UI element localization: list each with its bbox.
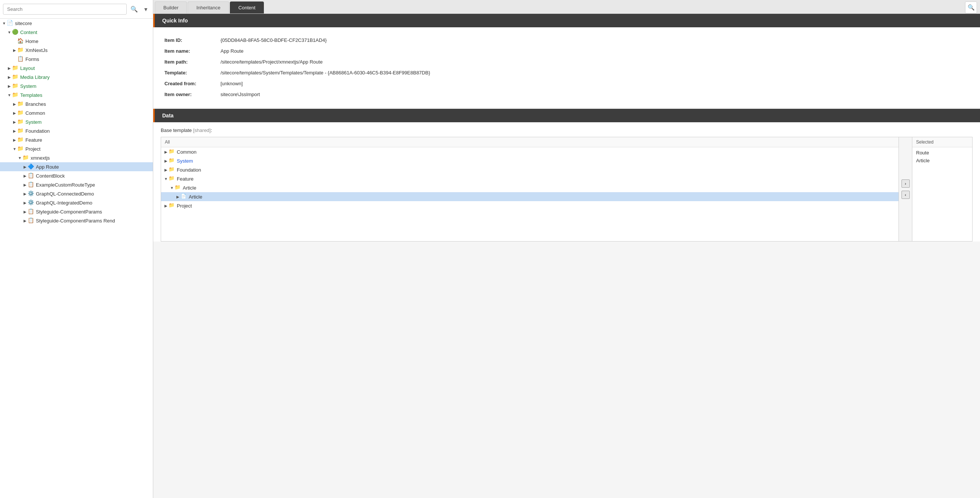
selected-item[interactable]: Article <box>914 157 970 164</box>
sidebar-item-foundation[interactable]: ▶📁Foundation <box>0 126 153 135</box>
picker-expand-arrow[interactable]: ▼ <box>163 177 169 181</box>
expand-arrow[interactable]: ▶ <box>12 129 17 133</box>
sidebar-item-feature[interactable]: ▶📁Feature <box>0 135 153 144</box>
content-area: Quick Info Item ID:{05DD84AB-8FA5-58C0-B… <box>153 14 980 498</box>
sidebar-item-system2[interactable]: ▶📁System <box>0 118 153 126</box>
tree-icon: 📋 <box>28 217 34 224</box>
picker-item-feature[interactable]: ▼📁Feature <box>161 174 899 183</box>
sidebar-item-graphqlIntegrated[interactable]: ▶⚙️GraphQL-IntegratedDemo <box>0 198 153 207</box>
picker-item-system[interactable]: ▶📁System <box>161 156 899 165</box>
picker-item-article-parent[interactable]: ▼📁Article <box>161 183 899 192</box>
sidebar-item-mediaLibrary[interactable]: ▶📁Media Library <box>0 73 153 81</box>
add-template-button[interactable]: › <box>902 180 910 188</box>
tab-builder[interactable]: Builder <box>155 2 187 13</box>
sidebar-item-xmnextjs[interactable]: ▼📁xmnextjs <box>0 153 153 162</box>
sidebar-item-system[interactable]: ▶📁System <box>0 81 153 91</box>
picker-right: Selected RouteArticle <box>912 137 972 241</box>
expand-arrow[interactable]: ▶ <box>22 174 28 178</box>
info-label: Item name: <box>164 48 221 54</box>
tree-area: ▼📄sitecore▼🟢Content🏠Home▶📁XmNextJs📋Forms… <box>0 19 153 498</box>
picker-item-article-child[interactable]: ▶📄Article <box>161 192 899 201</box>
sidebar: 🔍 ▼ ▼📄sitecore▼🟢Content🏠Home▶📁XmNextJs📋F… <box>0 0 153 498</box>
sidebar-item-exampleCustom[interactable]: ▶📋ExampleCustomRouteType <box>0 180 153 189</box>
remove-template-button[interactable]: ‹ <box>902 191 910 199</box>
picker-label: Project <box>177 203 192 208</box>
picker-expand-arrow[interactable]: ▶ <box>175 195 181 199</box>
main-panel: Builder Inheritance Content 🔍 Quick Info… <box>153 0 980 498</box>
sidebar-item-forms[interactable]: 📋Forms <box>0 54 153 64</box>
info-value: {05DD84AB-8FA5-58C0-BDFE-CF2C371B1AD4} <box>221 37 327 43</box>
expand-arrow[interactable]: ▶ <box>22 165 28 169</box>
tab-content[interactable]: Content <box>230 2 264 13</box>
sidebar-item-project[interactable]: ▼📁Project <box>0 144 153 153</box>
picker-label: Common <box>177 149 197 155</box>
expand-arrow[interactable]: ▶ <box>12 120 17 124</box>
picker-item-project[interactable]: ▶📁Project <box>161 201 899 210</box>
expand-arrow[interactable]: ▼ <box>7 93 12 97</box>
expand-arrow[interactable]: ▶ <box>12 111 17 115</box>
picker-icon: 📄 <box>181 193 187 200</box>
info-label: Item owner: <box>164 92 221 97</box>
expand-arrow[interactable]: ▼ <box>7 30 12 34</box>
sidebar-item-home[interactable]: 🏠Home <box>0 37 153 46</box>
expand-arrow[interactable]: ▶ <box>22 192 28 196</box>
search-input[interactable] <box>3 4 127 14</box>
expand-arrow[interactable]: ▶ <box>7 84 12 88</box>
expand-arrow[interactable]: ▶ <box>12 138 17 142</box>
quick-info-header: Quick Info <box>153 14 980 27</box>
quick-info-table: Item ID:{05DD84AB-8FA5-58C0-BDFE-CF2C371… <box>153 27 980 107</box>
expand-arrow[interactable]: ▶ <box>12 48 17 53</box>
tree-icon: 🏠 <box>17 38 24 45</box>
sidebar-item-templates[interactable]: ▼📁Templates <box>0 91 153 99</box>
sidebar-item-graphqlConnected[interactable]: ▶⚙️GraphQL-ConnectedDemo <box>0 189 153 198</box>
selected-item[interactable]: Route <box>914 149 970 157</box>
sidebar-item-styleguideParamsRend[interactable]: ▶📋Styleguide-ComponentParams Rend <box>0 216 153 225</box>
sidebar-item-layout[interactable]: ▶📁Layout <box>0 64 153 73</box>
picker-icon: 📁 <box>169 158 175 164</box>
expand-arrow[interactable]: ▼ <box>12 147 17 151</box>
picker-selected-header: Selected <box>912 137 972 147</box>
expand-arrow[interactable]: ▶ <box>22 219 28 223</box>
tab-inheritance[interactable]: Inheritance <box>188 2 229 13</box>
info-row: Item owner:sitecore\JssImport <box>164 89 969 100</box>
tree-label: sitecore <box>15 21 32 26</box>
search-button[interactable]: 🔍 <box>129 4 139 14</box>
tree-icon: 📁 <box>12 65 19 72</box>
tree-icon: 📁 <box>22 154 29 161</box>
picker-expand-arrow[interactable]: ▼ <box>169 186 175 190</box>
template-picker: All ▶📁Common▶📁System▶📁Foundation▼📁Featur… <box>161 137 972 242</box>
picker-item-foundation[interactable]: ▶📁Foundation <box>161 165 899 174</box>
picker-expand-arrow[interactable]: ▶ <box>163 150 169 154</box>
sidebar-item-branches[interactable]: ▶📁Branches <box>0 99 153 108</box>
info-row: Template:/sitecore/templates/System/Temp… <box>164 67 969 78</box>
picker-item-common[interactable]: ▶📁Common <box>161 147 899 156</box>
picker-expand-arrow[interactable]: ▶ <box>163 168 169 172</box>
expand-arrow[interactable]: ▼ <box>2 21 7 25</box>
sidebar-item-common[interactable]: ▶📁Common <box>0 108 153 118</box>
picker-expand-arrow[interactable]: ▶ <box>163 204 169 208</box>
expand-arrow[interactable]: ▶ <box>22 201 28 205</box>
quick-info-title: Quick Info <box>162 18 188 24</box>
sidebar-item-sitecore[interactable]: ▼📄sitecore <box>0 19 153 28</box>
tree-label: Home <box>25 38 38 44</box>
tree-label: Media Library <box>20 75 50 80</box>
expand-arrow[interactable]: ▶ <box>12 102 17 106</box>
expand-arrow[interactable]: ▶ <box>22 183 28 187</box>
expand-arrow[interactable]: ▶ <box>7 75 12 79</box>
expand-arrow[interactable]: ▶ <box>7 66 12 70</box>
info-row: Item ID:{05DD84AB-8FA5-58C0-BDFE-CF2C371… <box>164 35 969 46</box>
expand-arrow[interactable]: ▼ <box>17 156 22 160</box>
tree-icon: 🔷 <box>28 163 34 170</box>
picker-middle: › ‹ <box>899 137 912 241</box>
dropdown-button[interactable]: ▼ <box>142 5 150 14</box>
sidebar-item-styleguideParams[interactable]: ▶📋Styleguide-ComponentParams <box>0 207 153 216</box>
tree-icon: 📋 <box>17 56 24 62</box>
sidebar-item-contentBlock[interactable]: ▶📋ContentBlock <box>0 171 153 180</box>
sidebar-item-xmNextJs[interactable]: ▶📁XmNextJs <box>0 46 153 54</box>
tab-search-button[interactable]: 🔍 <box>965 2 977 13</box>
sidebar-item-appRoute[interactable]: ▶🔷App Route <box>0 162 153 171</box>
expand-arrow[interactable]: ▶ <box>22 210 28 214</box>
sidebar-item-content[interactable]: ▼🟢Content <box>0 28 153 37</box>
info-row: Created from:[unknown] <box>164 78 969 89</box>
picker-expand-arrow[interactable]: ▶ <box>163 159 169 163</box>
